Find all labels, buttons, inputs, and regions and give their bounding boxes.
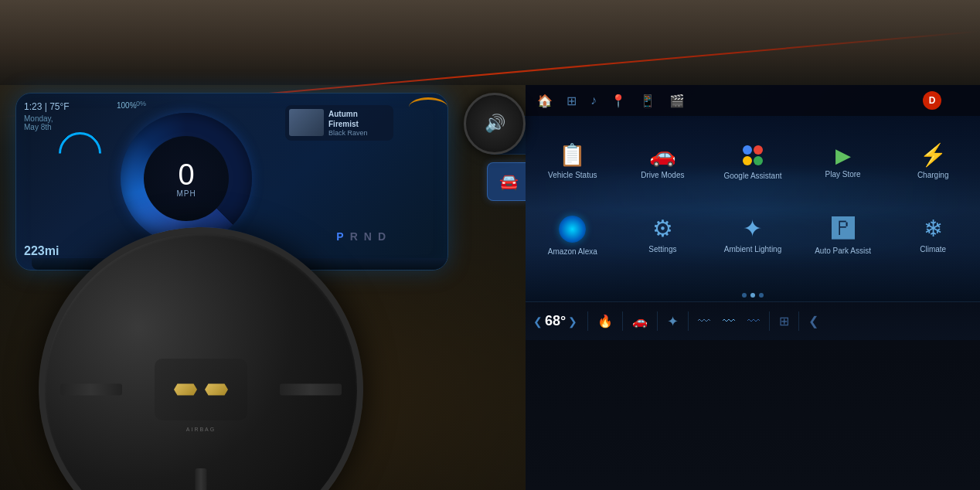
app-drive-modes[interactable]: 🚗 Drive Modes — [620, 128, 706, 197]
page-indicators — [742, 293, 764, 298]
wheel-outer-ring: AIRBAG — [39, 227, 363, 490]
steering-wheel-area: AIRBAG — [0, 0, 479, 490]
google-yellow-dot — [743, 156, 752, 165]
auto-park-icon: 🅿 — [832, 216, 855, 242]
app-grid: 📋 Vehicle Status 🚗 Drive Modes Google As… — [526, 120, 980, 278]
app-charging[interactable]: ⚡ Charging — [890, 128, 976, 197]
fan-icon[interactable]: ✦ — [664, 311, 682, 332]
climate-divider-4 — [688, 311, 689, 331]
wave-icon-3[interactable]: 〰 — [744, 313, 763, 330]
dot-3[interactable] — [759, 293, 764, 298]
alexa-icon — [559, 216, 586, 243]
chevy-bowtie-logo — [174, 380, 228, 400]
google-red-dot — [754, 145, 763, 155]
scene: 1:23 | 75°F Monday, May 8th 223mi 100% 0… — [0, 0, 980, 490]
ambient-lighting-icon: ✦ — [743, 217, 762, 240]
spoke-right — [280, 384, 342, 396]
phone-nav-icon[interactable]: 📱 — [640, 94, 655, 108]
app-auto-park-assist[interactable]: 🅿 Auto Park Assist — [800, 201, 886, 271]
app-amazon-alexa[interactable]: Amazon Alexa — [529, 201, 616, 271]
climate-divider-3 — [657, 311, 658, 331]
climate-label: Climate — [920, 245, 946, 254]
google-green-dot — [754, 156, 763, 165]
home-nav-icon[interactable]: 🏠 — [537, 94, 553, 108]
settings-icon: ⚙ — [652, 217, 673, 240]
play-store-label: Play Store — [825, 170, 861, 179]
auto-park-assist-label: Auto Park Assist — [815, 247, 871, 256]
drive-modes-label: Drive Modes — [641, 171, 684, 180]
climate-icon: ❄ — [924, 217, 943, 240]
volume-knob[interactable]: 🔊 — [464, 93, 526, 155]
temperature-value: 68° — [545, 313, 566, 329]
maps-nav-icon[interactable]: 📍 — [611, 94, 626, 108]
app-settings[interactable]: ⚙ Settings — [620, 201, 706, 271]
airbag-label: AIRBAG — [186, 427, 216, 432]
charging-icon: ⚡ — [920, 145, 947, 166]
temperature-display: ❮ 68° ❯ — [533, 313, 577, 329]
google-blue-dot — [743, 145, 752, 155]
temp-up-arrow[interactable]: ❯ — [568, 315, 577, 328]
back-arrow-icon[interactable]: ❮ — [805, 312, 822, 330]
dot-1[interactable] — [742, 293, 747, 298]
google-assistant-label: Google Assistant — [723, 172, 781, 181]
drive-modes-icon: 🚗 — [649, 145, 676, 166]
climate-divider-6 — [798, 311, 799, 331]
steering-wheel: AIRBAG — [39, 227, 363, 490]
charging-label: Charging — [917, 171, 949, 180]
infotainment-screen: 📋 Vehicle Status 🚗 Drive Modes Google As… — [526, 85, 980, 301]
top-nav-bar: 🏠 ⊞ ♪ 📍 📱 🎬 D — [526, 85, 980, 116]
volume-icon: 🔊 — [485, 114, 505, 134]
vent-icon[interactable]: ⊞ — [776, 312, 792, 330]
amazon-alexa-label: Amazon Alexa — [548, 247, 597, 257]
climate-divider-5 — [769, 311, 770, 331]
climate-divider-2 — [622, 311, 623, 331]
app-google-assistant[interactable]: Google Assistant — [709, 128, 796, 197]
dot-2[interactable] — [750, 293, 755, 298]
temp-down-arrow[interactable]: ❮ — [533, 315, 543, 328]
media-nav-icon[interactable]: 🎬 — [669, 94, 685, 108]
grid-nav-icon[interactable]: ⊞ — [567, 94, 577, 108]
spoke-left — [60, 384, 122, 396]
ambient-lighting-label: Ambient Lighting — [724, 245, 782, 254]
spoke-bottom — [196, 468, 207, 490]
car-defrost-icon[interactable]: 🚗 — [629, 312, 651, 330]
heat-icon[interactable]: 🔥 — [594, 312, 616, 330]
vehicle-status-label: Vehicle Status — [548, 171, 597, 180]
app-ambient-lighting[interactable]: ✦ Ambient Lighting — [709, 201, 796, 271]
play-store-icon: ▶ — [835, 145, 851, 165]
wave-icon-1[interactable]: 〰 — [695, 313, 713, 330]
car-icon: 🚘 — [499, 172, 519, 191]
app-climate[interactable]: ❄ Climate — [890, 201, 976, 271]
sidebar-tab-active[interactable]: 🚘 — [487, 162, 529, 201]
settings-label: Settings — [648, 245, 676, 254]
wheel-center-hub: AIRBAG — [155, 359, 247, 420]
d-badge: D — [923, 91, 941, 110]
vehicle-status-icon: 📋 — [559, 145, 586, 166]
bottom-panel — [526, 340, 980, 490]
app-play-store[interactable]: ▶ Play Store — [800, 128, 886, 197]
google-assistant-icon — [741, 144, 764, 167]
music-nav-icon[interactable]: ♪ — [590, 94, 597, 107]
wave-icon-2[interactable]: 〰 — [720, 313, 738, 330]
climate-control-bar: ❮ 68° ❯ 🔥 🚗 ✦ 〰 〰 〰 ⊞ ❮ — [526, 301, 980, 340]
app-vehicle-status[interactable]: 📋 Vehicle Status — [529, 128, 616, 197]
climate-divider-1 — [587, 311, 588, 331]
